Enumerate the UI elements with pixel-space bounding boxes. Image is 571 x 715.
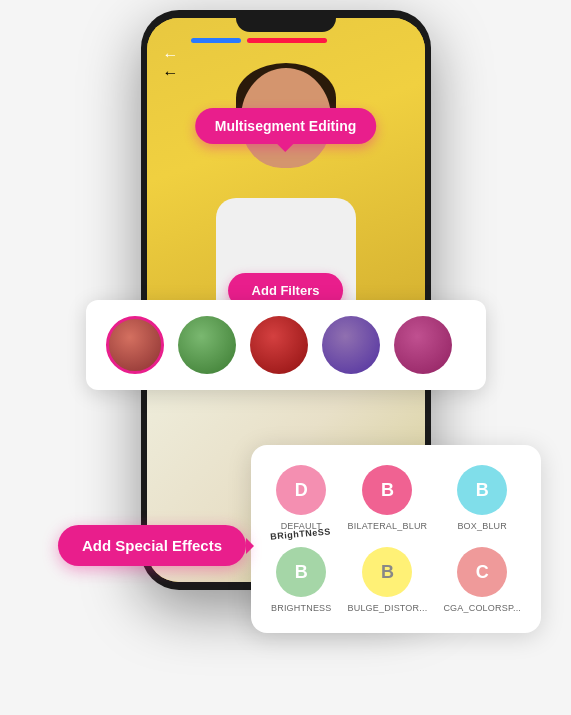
progress-bars <box>191 38 327 43</box>
effect-circle-bilateral: B <box>362 465 412 515</box>
effect-cga[interactable]: C CGA_COLORSP... <box>443 547 521 613</box>
effect-bulge[interactable]: B BULGE_DISTOR... <box>348 547 428 613</box>
effect-bilateral-blur[interactable]: B BILATERAL_BLUR <box>348 465 428 531</box>
effect-label-box-blur: BOX_BLUR <box>457 521 507 531</box>
effect-label-cga: CGA_COLORSP... <box>443 603 521 613</box>
back-button[interactable]: ← <box>163 46 185 68</box>
effect-default[interactable]: D DEFAULT <box>271 465 332 531</box>
filter-circle-5[interactable] <box>394 316 452 374</box>
effect-label-bulge: BULGE_DISTOR... <box>348 603 428 613</box>
effect-box-blur[interactable]: B BOX_BLUR <box>443 465 521 531</box>
scene: ← Multisegment Editing Add Filters 🔗 <box>0 0 571 715</box>
progress-bar-blue <box>191 38 241 43</box>
effect-circle-default: D <box>276 465 326 515</box>
filter-circle-1[interactable] <box>106 316 164 374</box>
phone-notch <box>236 10 336 32</box>
filter-circle-4[interactable] <box>322 316 380 374</box>
effect-letter-bulge: B <box>381 562 394 583</box>
progress-bar-red <box>247 38 327 43</box>
add-special-effects-button[interactable]: Add Special Effects <box>58 525 246 566</box>
effect-circle-box-blur: B <box>457 465 507 515</box>
effects-panel: D DEFAULT B BILATERAL_BLUR B BOX_BLUR B … <box>251 445 541 633</box>
filter-panel <box>86 300 486 390</box>
effect-letter-box-blur: B <box>476 480 489 501</box>
effect-letter-cga: C <box>476 562 489 583</box>
effect-letter-bilateral: B <box>381 480 394 501</box>
back-icon: ← <box>163 64 179 81</box>
effect-letter-default: D <box>295 480 308 501</box>
effect-label-brightness: BRIGHTNESS <box>271 603 332 613</box>
effect-label-default: DEFAULT <box>281 521 322 531</box>
photo-area: ← Multisegment Editing Add Filters <box>147 18 425 328</box>
effect-brightness[interactable]: B BRIGHTNESS <box>271 547 332 613</box>
filter-circle-2[interactable] <box>178 316 236 374</box>
effect-circle-brightness: B <box>276 547 326 597</box>
effect-circle-bulge: B <box>362 547 412 597</box>
filter-circle-3[interactable] <box>250 316 308 374</box>
effect-letter-brightness: B <box>295 562 308 583</box>
effect-label-bilateral: BILATERAL_BLUR <box>348 521 428 531</box>
multiseg-bubble: Multisegment Editing <box>195 108 377 144</box>
effect-circle-cga: C <box>457 547 507 597</box>
